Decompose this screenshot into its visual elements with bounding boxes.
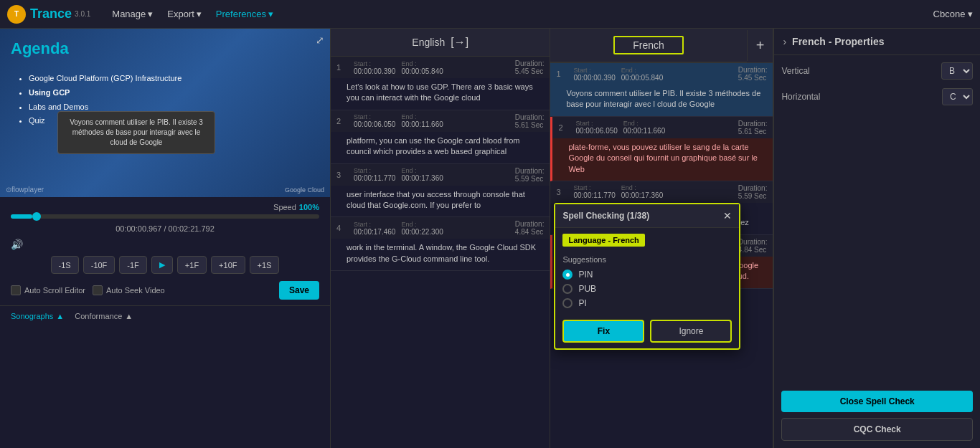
english-sub-text-2[interactable]: platform, you can use the Google card bl… (331, 132, 550, 163)
english-sub-1: 1 Start : 00:00:00.390 End : 00:00:05.84… (331, 57, 550, 110)
vertical-select[interactable]: B T M (941, 62, 973, 80)
spell-fix-button[interactable]: Fix (562, 320, 644, 343)
auto-seek-checkbox[interactable]: Auto Seek Video (93, 285, 165, 295)
horizontal-select[interactable]: C L R (942, 88, 973, 105)
french-sub-header-3: 3 Start : 00:00:11.770 End : 00:00:17.36… (550, 181, 773, 203)
volume-row: 🔊 (11, 239, 319, 250)
speed-value: 100% (299, 203, 319, 211)
expand-button[interactable]: ⤢ (316, 34, 324, 46)
playback-area: Speed 100% 00:00:00.967 / 00:02:21.792 🔊… (0, 197, 330, 305)
cqc-check-button[interactable]: CQC Check (781, 418, 973, 441)
spell-radio-pi[interactable] (562, 298, 573, 308)
english-sub-4: 4 Start : 00:00:17.460 End : 00:00:22.30… (331, 217, 550, 271)
speed-label: Speed (273, 203, 296, 211)
add-subtitle-button[interactable]: + (747, 30, 773, 61)
bottom-tabs: Sonographs ▲ Conformance ▲ (0, 305, 330, 326)
properties-body: Vertical B T M Horizontal C L R (774, 55, 980, 383)
english-sub-header-4: 4 Start : 00:00:17.460 End : 00:00:22.30… (331, 217, 550, 239)
list-item: Using GCP (29, 86, 182, 100)
properties-panel: › French - Properties Vertical B T M Hor… (773, 29, 980, 448)
logo-version: 3.0.1 (75, 10, 90, 18)
list-item: Google Cloud Platform (GCP) Infrastructu… (29, 72, 182, 86)
top-navigation: T Trance 3.0.1 Manage ▾ Export ▾ Prefere… (0, 0, 980, 29)
french-subtitle-list: 1 Start : 00:00:00.390 End : 00:00:05.84… (550, 63, 773, 448)
video-area: Agenda Google Cloud Platform (GCP) Infra… (0, 29, 330, 197)
save-button[interactable]: Save (279, 281, 319, 300)
spell-ignore-button[interactable]: Ignore (650, 320, 732, 343)
sonographs-tab[interactable]: Sonographs ▲ (11, 312, 64, 320)
spell-check-title: Spell Checking (1/38) (562, 211, 649, 221)
english-panel: English [→] 1 Start : 00:00:00.390 End :… (330, 29, 550, 448)
user-menu[interactable]: Cbcone ▾ (933, 9, 973, 19)
progress-dot (32, 212, 41, 221)
auto-seek-box[interactable] (93, 285, 103, 295)
properties-footer: Close Spell Check CQC Check (774, 383, 980, 448)
spell-option-pin-text: PIN (578, 270, 593, 280)
english-sub-2: 2 Start : 00:00:06.050 End : 00:00:11.66… (331, 110, 550, 164)
english-sub-text-1[interactable]: Let's look at how to use GDP. There are … (331, 78, 550, 110)
back-1f-button[interactable]: -1F (119, 256, 147, 274)
french-panel-header: French (550, 29, 746, 62)
speed-row: Speed 100% (11, 203, 319, 211)
french-sub-header-1: 1 Start : 00:00:00.390 End : 00:00:05.84… (550, 63, 773, 85)
play-button[interactable]: ▶ (151, 256, 173, 274)
back-1s-button[interactable]: -1S (51, 256, 79, 274)
spell-check-close-button[interactable]: ✕ (723, 210, 732, 221)
french-sub-text-2[interactable]: plate-forme, vous pouvez utiliser le san… (552, 138, 773, 181)
time-display: 00:00:00.967 / 00:02:21.792 (11, 224, 319, 233)
manage-menu[interactable]: Manage ▾ (112, 9, 153, 19)
nav-items: Manage ▾ Export ▾ Preferences ▾ (112, 9, 273, 19)
spell-suggestions: PIN PUB PI (555, 267, 739, 314)
properties-header: › French - Properties (774, 29, 980, 55)
french-sub-2: 2 Start : 00:00:06.050 End : 00:00:11.66… (550, 117, 773, 181)
logo-text: Trance (30, 6, 72, 22)
video-content: Agenda Google Cloud Platform (GCP) Infra… (0, 29, 330, 197)
english-sub-3: 3 Start : 00:00:11.770 End : 00:00:17.36… (331, 164, 550, 218)
spell-option-pi[interactable]: PI (562, 298, 732, 308)
volume-icon[interactable]: 🔊 (11, 239, 23, 250)
english-sub-text-4[interactable]: work in the terminal. A window, the Goog… (331, 239, 550, 270)
english-title: English (412, 37, 445, 48)
french-sub-text-1[interactable]: Voyons comment utiliser le PIB. Il exist… (550, 85, 773, 116)
control-buttons: -1S -10F -1F ▶ +1F +10F +1S (11, 256, 319, 274)
logo-area: T Trance 3.0.1 (7, 5, 90, 24)
auto-row: Auto Scroll Editor Auto Seek Video Save (11, 281, 319, 300)
fwd-1s-button[interactable]: +1S (250, 256, 280, 274)
fwd-1f-button[interactable]: +1F (177, 256, 207, 274)
spell-option-pin[interactable]: PIN (562, 270, 732, 280)
english-panel-header: English [→] (331, 29, 550, 57)
english-sub-text-3[interactable]: user interface that you access through c… (331, 186, 550, 217)
back-10f-button[interactable]: -10F (83, 256, 116, 274)
spell-option-pi-text: PI (578, 298, 586, 308)
progress-bar[interactable] (11, 214, 319, 219)
trance-logo-icon: T (7, 5, 26, 24)
left-panel: Agenda Google Cloud Platform (GCP) Infra… (0, 29, 330, 448)
english-sub-header-2: 2 Start : 00:00:06.050 End : 00:00:11.66… (331, 110, 550, 132)
french-sub-1: 1 Start : 00:00:00.390 End : 00:00:05.84… (550, 63, 773, 117)
french-panel-container: French + 1 Start : 00:00:00.390 End : (550, 29, 773, 448)
flowplayer-badge: ⊙flowplayer (6, 186, 44, 194)
spell-check-actions: Fix Ignore (555, 314, 739, 348)
auto-scroll-box[interactable] (11, 285, 21, 295)
conformance-tab[interactable]: Conformance ▲ (75, 312, 133, 320)
horizontal-label: Horizontal (781, 92, 820, 102)
progress-fill (11, 214, 32, 219)
spell-language-badge: Language - French (555, 228, 739, 252)
export-menu[interactable]: Export ▾ (167, 9, 202, 19)
spell-radio-pub[interactable] (562, 284, 573, 294)
horizontal-property-row: Horizontal C L R (781, 88, 973, 105)
close-spell-check-button[interactable]: Close Spell Check (781, 391, 973, 412)
english-subtitle-list: 1 Start : 00:00:00.390 End : 00:00:05.84… (331, 57, 550, 448)
spell-option-pub[interactable]: PUB (562, 284, 732, 294)
french-sub-header-2: 2 Start : 00:00:06.050 End : 00:00:11.66… (552, 117, 773, 138)
properties-arrow-icon: › (783, 36, 786, 47)
spell-option-pub-text: PUB (578, 284, 596, 294)
preferences-menu[interactable]: Preferences ▾ (216, 9, 273, 19)
french-header-row: French + (550, 29, 773, 63)
fwd-10f-button[interactable]: +10F (211, 256, 245, 274)
slide-title: Agenda (11, 39, 69, 58)
spell-radio-pin[interactable] (562, 270, 573, 280)
auto-scroll-checkbox[interactable]: Auto Scroll Editor (11, 285, 85, 295)
google-badge: Google Cloud (285, 186, 324, 194)
export-icon[interactable]: [→] (451, 36, 468, 49)
